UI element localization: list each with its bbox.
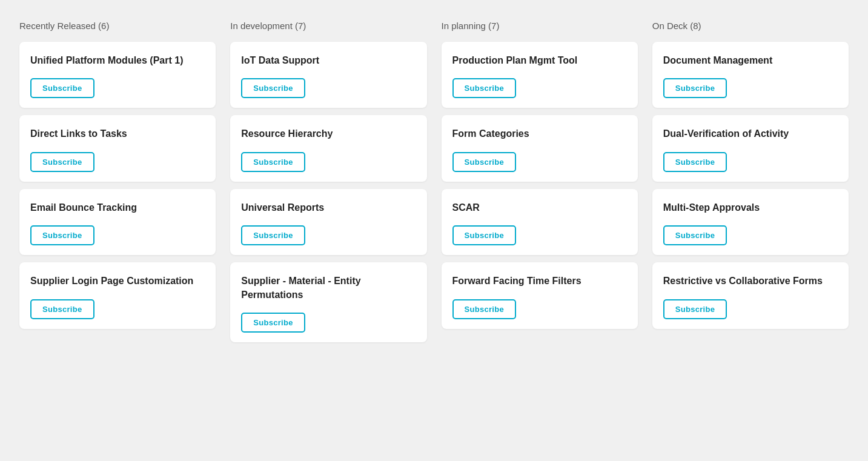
- card-title-document-management: Document Management: [663, 54, 838, 67]
- card-title-dual-verification: Dual-Verification of Activity: [663, 127, 838, 141]
- kanban-board: Recently Released (6)Unified Platform Mo…: [12, 12, 856, 356]
- card-forward-facing: Forward Facing Time FiltersSubscribe: [442, 262, 638, 328]
- column-on-deck: On Deck (8)Document ManagementSubscribeD…: [645, 12, 856, 356]
- card-document-management: Document ManagementSubscribe: [652, 42, 849, 108]
- subscribe-button-resource-hierarchy[interactable]: Subscribe: [241, 152, 305, 172]
- column-recently-released: Recently Released (6)Unified Platform Mo…: [12, 12, 223, 356]
- card-title-supplier-material: Supplier - Material - Entity Permutation…: [241, 274, 416, 302]
- subscribe-button-multi-step[interactable]: Subscribe: [663, 225, 727, 245]
- card-form-categories: Form CategoriesSubscribe: [442, 115, 638, 181]
- card-title-iot-data: IoT Data Support: [241, 54, 416, 67]
- card-dual-verification: Dual-Verification of ActivitySubscribe: [652, 115, 849, 181]
- card-title-restrictive-vs: Restrictive vs Collaborative Forms: [663, 274, 838, 288]
- card-unified-platform: Unified Platform Modules (Part 1)Subscri…: [19, 42, 216, 108]
- subscribe-button-scar[interactable]: Subscribe: [452, 225, 517, 245]
- card-supplier-material: Supplier - Material - Entity Permutation…: [230, 262, 426, 342]
- card-title-resource-hierarchy: Resource Hierarchy: [241, 127, 416, 141]
- card-supplier-login: Supplier Login Page CustomizationSubscri…: [19, 262, 216, 328]
- column-in-development: In development (7)IoT Data SupportSubscr…: [223, 12, 434, 356]
- subscribe-button-email-bounce[interactable]: Subscribe: [30, 225, 94, 245]
- subscribe-button-restrictive-vs[interactable]: Subscribe: [663, 299, 727, 319]
- card-title-supplier-login: Supplier Login Page Customization: [30, 274, 205, 288]
- card-email-bounce: Email Bounce TrackingSubscribe: [19, 189, 216, 255]
- card-title-scar: SCAR: [452, 201, 627, 214]
- card-title-form-categories: Form Categories: [452, 127, 627, 141]
- subscribe-button-supplier-login[interactable]: Subscribe: [30, 299, 94, 319]
- card-scar: SCARSubscribe: [442, 189, 638, 255]
- card-multi-step: Multi-Step ApprovalsSubscribe: [652, 189, 849, 255]
- column-header-recently-released: Recently Released (6): [19, 18, 216, 33]
- card-title-multi-step: Multi-Step Approvals: [663, 201, 838, 214]
- subscribe-button-forward-facing[interactable]: Subscribe: [452, 299, 517, 319]
- card-direct-links: Direct Links to TasksSubscribe: [19, 115, 216, 181]
- column-header-in-planning: In planning (7): [442, 18, 638, 33]
- card-title-production-plan: Production Plan Mgmt Tool: [452, 54, 627, 67]
- subscribe-button-iot-data[interactable]: Subscribe: [241, 78, 305, 98]
- card-universal-reports: Universal ReportsSubscribe: [230, 189, 426, 255]
- subscribe-button-supplier-material[interactable]: Subscribe: [241, 313, 305, 333]
- card-title-forward-facing: Forward Facing Time Filters: [452, 274, 627, 288]
- subscribe-button-direct-links[interactable]: Subscribe: [30, 152, 94, 172]
- subscribe-button-unified-platform[interactable]: Subscribe: [30, 78, 94, 98]
- card-production-plan: Production Plan Mgmt ToolSubscribe: [442, 42, 638, 108]
- subscribe-button-form-categories[interactable]: Subscribe: [452, 152, 517, 172]
- card-title-direct-links: Direct Links to Tasks: [30, 127, 205, 141]
- card-title-universal-reports: Universal Reports: [241, 201, 416, 214]
- card-resource-hierarchy: Resource HierarchySubscribe: [230, 115, 426, 181]
- subscribe-button-dual-verification[interactable]: Subscribe: [663, 152, 727, 172]
- subscribe-button-production-plan[interactable]: Subscribe: [452, 78, 517, 98]
- card-iot-data: IoT Data SupportSubscribe: [230, 42, 426, 108]
- card-title-email-bounce: Email Bounce Tracking: [30, 201, 205, 214]
- subscribe-button-universal-reports[interactable]: Subscribe: [241, 225, 305, 245]
- column-header-in-development: In development (7): [230, 18, 426, 33]
- column-header-on-deck: On Deck (8): [652, 18, 849, 33]
- subscribe-button-document-management[interactable]: Subscribe: [663, 78, 727, 98]
- card-title-unified-platform: Unified Platform Modules (Part 1): [30, 54, 205, 67]
- card-restrictive-vs: Restrictive vs Collaborative FormsSubscr…: [652, 262, 849, 328]
- column-in-planning: In planning (7)Production Plan Mgmt Tool…: [434, 12, 645, 356]
